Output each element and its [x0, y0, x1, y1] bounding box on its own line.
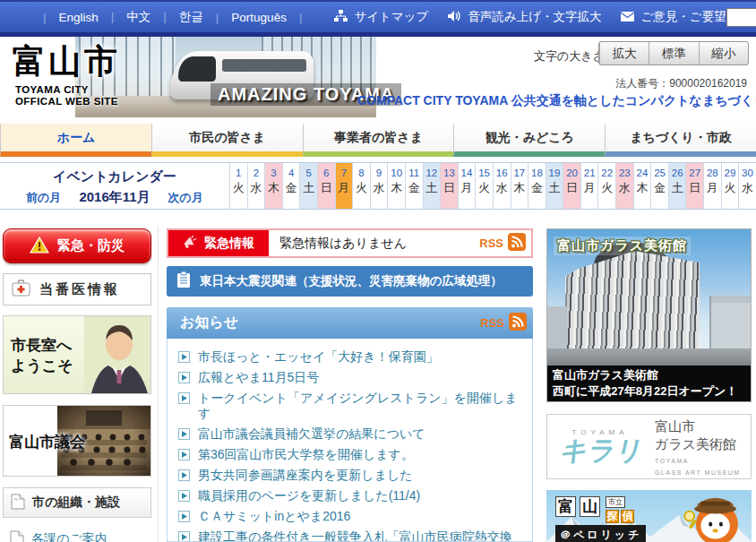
calendar-day-cell[interactable]: 23 水: [615, 163, 633, 209]
next-month-link[interactable]: 次の月: [168, 190, 203, 206]
rss-icon: [509, 313, 527, 334]
news-list-item[interactable]: 広報とやま11月5日号: [178, 370, 523, 385]
calendar-day-cell[interactable]: 11 金: [405, 163, 423, 209]
list-arrow-icon: [178, 511, 190, 522]
audio-readout-link[interactable]: 音声読み上げ・文字拡大: [448, 9, 601, 25]
emergency-rss-link[interactable]: RSS: [479, 230, 531, 256]
nav-tab[interactable]: 事業者の皆さま: [303, 124, 454, 157]
calendar-day-cell[interactable]: 9 水: [370, 163, 388, 209]
title-char-box: 偵: [621, 510, 634, 523]
calendar-day-cell[interactable]: 19 土: [546, 163, 563, 209]
calendar-day-cell[interactable]: 17 木: [511, 163, 528, 209]
departments-guide-link[interactable]: 各課のご案内: [3, 526, 151, 542]
language-link[interactable]: 中文: [99, 9, 151, 25]
site-logo[interactable]: 富山市: [13, 39, 120, 84]
disaster-related-banner[interactable]: 東日本大震災関連（支援状況、災害廃棄物の広域処理）: [167, 266, 533, 297]
news-list-item[interactable]: 第36回富山市民大学祭を開催します。: [178, 447, 523, 462]
list-arrow-icon: [178, 490, 190, 502]
news-title: お知らせ: [180, 314, 238, 332]
news-list-item[interactable]: トークイベント「アメイジングレストラン」を開催します: [178, 391, 523, 421]
warning-triangle-icon: [30, 237, 49, 256]
mayor-room-banner[interactable]: 市長室へ ようこそ: [3, 315, 151, 394]
calendar-title: イベントカレンダー: [0, 168, 229, 185]
font-size-controls: 拡大標準縮小: [598, 41, 749, 65]
calendar-day-cell[interactable]: 28 月: [703, 163, 721, 209]
main-column: 緊急情報 緊急情報はありません RSS 東日本大震災関連（支援状況、災害廃棄物の…: [167, 228, 533, 542]
news-section-header: お知らせ RSS: [167, 307, 533, 339]
calendar-day-cell[interactable]: 24 木: [633, 163, 651, 209]
search-input[interactable]: [726, 8, 756, 27]
museum-caption: 富山市ガラス美術館 西町に平成27年8月22日オープン！: [547, 366, 751, 401]
calendar-day-cell[interactable]: 3 木: [264, 163, 282, 209]
language-link[interactable]: Português: [203, 11, 287, 24]
language-links: English中文한글Português: [30, 9, 314, 25]
news-list-item[interactable]: 建設工事の条件付き一般競争入札「富山市民病院熱交換器更新工事」について公告しまし…: [178, 529, 523, 542]
calendar-day-cell[interactable]: 16 水: [493, 163, 511, 209]
news-list-item[interactable]: ＣＡサミットinとやま2016: [178, 509, 523, 524]
calendar-day-cell[interactable]: 30 水: [738, 163, 756, 209]
emergency-info-label: 緊急情報: [168, 230, 269, 256]
language-link[interactable]: 한글: [150, 9, 203, 25]
calendar-day-cell[interactable]: 18 金: [528, 163, 546, 209]
calendar-day-cell[interactable]: 5 土: [299, 163, 317, 209]
news-list: 市長ほっと・エッセイ「大好き！保育園」 広報とやま11月5日号 トークイベント「…: [167, 339, 533, 542]
calendar-day-cell[interactable]: 14 月: [458, 163, 476, 209]
font-size-label: 文字の大きさ: [534, 48, 605, 65]
city-tagline: COMPACT CITY TOYAMA 公共交通を軸としたコンパクトなまちづくり: [357, 93, 756, 109]
city-organization-link[interactable]: 市の組織・施設: [3, 487, 151, 518]
kirari-museum-banner[interactable]: TOYAMA キラリ 富山市 ガラス美術館 TOYAMA GLASS ART M…: [546, 414, 752, 479]
toyama-city-homepage: { "topbar": { "languages": ["English", "…: [0, 0, 756, 542]
title-tag: 市立: [606, 496, 625, 508]
calendar-day-cell[interactable]: 13 日: [440, 163, 458, 209]
nav-tab[interactable]: 市民の皆さま: [151, 124, 303, 157]
news-list-item[interactable]: 富山市議会議員補欠選挙の結果について: [178, 426, 523, 442]
detective-mascot-banner[interactable]: 富山 市立 探偵 ＠ペロリッチ: [546, 490, 752, 542]
prev-month-link[interactable]: 前の月: [26, 190, 61, 206]
calendar-day-cell[interactable]: 27 日: [685, 163, 703, 209]
sitemap-link[interactable]: サイトマップ: [334, 9, 428, 25]
font-size-option[interactable]: 標準: [649, 42, 698, 65]
calendar-day-cell[interactable]: 10 木: [387, 163, 405, 209]
speaker-icon: [448, 10, 461, 25]
calendar-day-cell[interactable]: 29 火: [721, 163, 739, 209]
calendar-day-cell[interactable]: 2 水: [247, 163, 265, 209]
calendar-day-cell[interactable]: 6 日: [317, 163, 335, 209]
language-link[interactable]: English: [30, 11, 99, 24]
calendar-day-cell[interactable]: 8 火: [352, 163, 370, 209]
calendar-day-cell[interactable]: 15 火: [475, 163, 493, 209]
news-list-item[interactable]: 男女共同参画講座案内を更新しました: [178, 468, 523, 483]
nav-tab[interactable]: ホーム: [0, 124, 151, 157]
list-arrow-icon: [178, 449, 190, 460]
emergency-disaster-button[interactable]: 緊急・防災: [3, 228, 151, 263]
news-list-item[interactable]: 職員採用のページを更新しました(11/4): [178, 488, 523, 503]
glass-museum-banner[interactable]: 富山市ガラス美術館 富山市ガラス美術館 西町に平成27年8月22日オープン！: [546, 228, 752, 402]
font-size-option[interactable]: 縮小: [699, 42, 748, 65]
calendar-days: 1 火 2 水 3 木 4 金 5 土 6: [229, 163, 756, 209]
nav-tab[interactable]: 観光・みどころ: [453, 124, 605, 157]
news-rss-link[interactable]: RSS: [480, 313, 527, 334]
calendar-day-cell[interactable]: 12 土: [423, 163, 441, 209]
calendar-day-cell[interactable]: 1 火: [229, 163, 247, 209]
title-char-box: 富: [555, 496, 576, 517]
site-search: 検索: [726, 6, 756, 29]
top-utility-bar: English中文한글Português サイトマップ 音声読み上げ・文字拡大 …: [0, 0, 756, 37]
news-list-item[interactable]: 市長ほっと・エッセイ「大好き！保育園」: [178, 349, 523, 365]
first-aid-kit-icon: [12, 280, 30, 299]
council-banner-label: 富山市議会: [9, 432, 85, 452]
global-nav-tabs: ホーム 市民の皆さま 事業者の皆さま 観光・みどころ まちづくり・市政: [0, 124, 756, 157]
calendar-day-cell[interactable]: 26 土: [668, 163, 686, 209]
feedback-link[interactable]: ご意見・ご要望: [621, 9, 726, 25]
duty-doctor-button[interactable]: 当番医情報: [3, 273, 151, 305]
calendar-day-cell[interactable]: 21 月: [580, 163, 598, 209]
city-council-banner[interactable]: 富山市議会: [3, 405, 151, 477]
kirari-name: 富山市 ガラス美術館 TOYAMA GLASS ART MUSEUM: [655, 417, 741, 477]
font-size-option[interactable]: 拡大: [599, 42, 649, 65]
emergency-message: 緊急情報はありません: [269, 230, 479, 256]
calendar-day-cell[interactable]: 20 日: [563, 163, 580, 209]
calendar-day-cell[interactable]: 25 金: [650, 163, 668, 209]
calendar-day-cell[interactable]: 22 火: [597, 163, 615, 209]
nav-tab[interactable]: まちづくり・市政: [605, 124, 756, 157]
calendar-day-cell[interactable]: 4 金: [282, 163, 300, 209]
calendar-day-cell[interactable]: 7 月: [335, 163, 353, 209]
right-column: 富山市ガラス美術館 富山市ガラス美術館 西町に平成27年8月22日オープン！ T…: [546, 228, 752, 542]
